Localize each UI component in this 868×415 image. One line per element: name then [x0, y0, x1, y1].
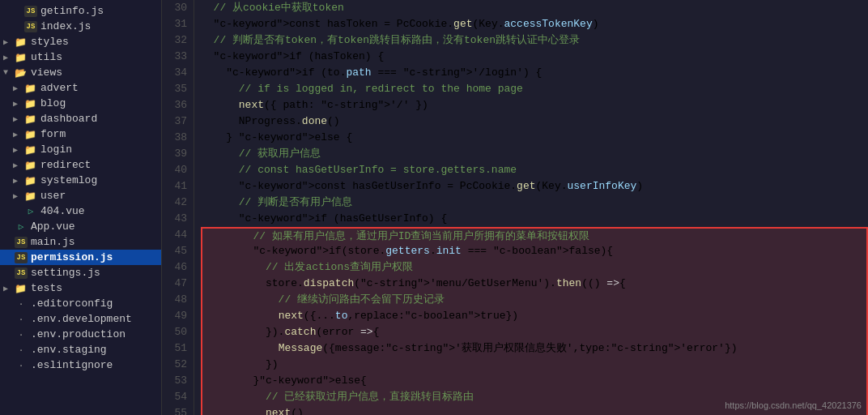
- js-file-icon: JS: [24, 21, 37, 32]
- code-line: "c-keyword">if(store.getters.init === "c…: [201, 243, 868, 259]
- sidebar-item-label: tests: [31, 282, 158, 294]
- sidebar-item-label: redirect: [40, 159, 158, 171]
- sidebar-item-label: .editorconfig: [31, 297, 158, 310]
- sidebar-item-mainjs[interactable]: JSmain.js: [0, 234, 161, 250]
- sidebar-item-tests[interactable]: ▶📁tests: [0, 280, 161, 296]
- arrow-icon: ▶: [13, 160, 24, 170]
- sidebar-item-settingsjs[interactable]: JSsettings.js: [0, 265, 161, 280]
- code-line: next(): [201, 405, 868, 415]
- js-file-icon: JS: [15, 252, 28, 263]
- folder-icon: 📁: [15, 36, 28, 48]
- line-number: 34: [168, 65, 187, 81]
- line-number: 55: [168, 405, 187, 415]
- line-number: 33: [168, 49, 187, 65]
- arrow-icon: ▶: [13, 191, 24, 201]
- file-icon: ·: [15, 314, 28, 325]
- sidebar-item-blog[interactable]: ▶📁blog: [0, 96, 161, 111]
- arrow-icon: ▶: [13, 83, 24, 93]
- arrow-icon: ▶: [13, 130, 24, 139]
- arrow-icon: ▶: [13, 99, 24, 109]
- line-number: 38: [168, 130, 187, 146]
- sidebar-item-envdev[interactable]: ·.env.development: [0, 311, 161, 327]
- sidebar-item-404vue[interactable]: ▷404.vue: [0, 203, 161, 219]
- sidebar-item-login[interactable]: ▶📁login: [0, 142, 161, 157]
- sidebar-item-utils[interactable]: ▶📁utils: [0, 49, 161, 65]
- sidebar-item-envstaging[interactable]: ·.env.staging: [0, 342, 161, 357]
- line-number: 46: [168, 259, 187, 276]
- file-icon: ·: [15, 298, 28, 310]
- sidebar-item-styles[interactable]: ▶📁styles: [0, 34, 161, 49]
- code-line: NProgress.done(): [201, 113, 868, 130]
- sidebar-item-form[interactable]: ▶📁form: [0, 126, 161, 142]
- code-line: store.dispatch("c-string">'menu/GetUserM…: [201, 276, 868, 292]
- code-line: // 从cookie中获取token: [201, 0, 868, 16]
- arrow-icon: ▶: [3, 284, 15, 293]
- code-line: // 判断是否有用户信息: [201, 195, 868, 211]
- line-number: 51: [168, 340, 187, 357]
- code-line: // 如果有用户信息，通过用户ID查询当前用户所拥有的菜单和按钮权限: [201, 227, 868, 243]
- sidebar-item-label: .env.development: [31, 313, 158, 325]
- folder-icon: 📁: [24, 160, 37, 171]
- line-number: 44: [168, 227, 187, 243]
- sidebar-item-advert[interactable]: ▶📁advert: [0, 80, 161, 96]
- code-line: // 获取用户信息: [201, 146, 868, 162]
- line-number: 50: [168, 324, 187, 340]
- line-number: 39: [168, 146, 187, 162]
- code-editor: 3031323334353637383940414243444546474849…: [162, 0, 868, 415]
- sidebar-item-label: .env.staging: [31, 344, 158, 356]
- code-line: Message({message:"c-string">'获取用户权限信息失败'…: [201, 340, 868, 357]
- code-line: } "c-keyword">else {: [201, 130, 868, 146]
- sidebar-item-permissionjs[interactable]: JSpermission.js: [0, 250, 161, 265]
- sidebar-item-label: App.vue: [31, 220, 158, 233]
- code-line: "c-keyword">if (hasGetUserInfo) {: [201, 211, 868, 227]
- line-number: 37: [168, 113, 187, 130]
- sidebar-item-views[interactable]: ▼📂views: [0, 65, 161, 80]
- sidebar-item-label: login: [40, 143, 158, 156]
- sidebar-item-editorconfig[interactable]: ·.editorconfig: [0, 296, 161, 311]
- sidebar-item-eslint[interactable]: ·.eslintignore: [0, 357, 161, 373]
- code-line: // 已经获取过用户信息，直接跳转目标路由: [201, 389, 868, 405]
- sidebar-item-label: .env.production: [31, 328, 158, 340]
- folder-icon: 📁: [15, 52, 28, 63]
- sidebar-item-user[interactable]: ▶📁user: [0, 188, 161, 203]
- folder-icon: 📁: [24, 144, 37, 156]
- line-number: 52: [168, 357, 187, 373]
- sidebar-item-label: blog: [40, 97, 158, 109]
- arrow-icon: ▼: [3, 68, 15, 77]
- sidebar-item-label: styles: [31, 36, 158, 48]
- js-file-icon: JS: [15, 237, 28, 248]
- code-line: "c-keyword">if (hasToken) {: [201, 49, 868, 65]
- sidebar-item-getinfo[interactable]: JSgetinfo.js: [0, 3, 161, 19]
- sidebar-item-dashboard[interactable]: ▶📁dashboard: [0, 111, 161, 126]
- sidebar-item-label: main.js: [31, 236, 158, 248]
- sidebar-item-systemlog[interactable]: ▶📁systemlog: [0, 173, 161, 188]
- sidebar-item-appvue[interactable]: ▷App.vue: [0, 219, 161, 234]
- arrow-icon: ▶: [13, 176, 24, 186]
- file-tree: JSgetinfo.jsJSindex.js▶📁styles▶📁utils▼📂v…: [0, 0, 162, 415]
- line-number: 43: [168, 211, 187, 227]
- sidebar-item-label: user: [40, 190, 158, 202]
- sidebar-item-label: 404.vue: [40, 205, 158, 217]
- vue-file-icon: ▷: [24, 206, 37, 217]
- arrow-icon: ▶: [3, 37, 15, 47]
- sidebar-item-redirect[interactable]: ▶📁redirect: [0, 157, 161, 173]
- line-number: 35: [168, 81, 187, 97]
- sidebar-item-envprod[interactable]: ·.env.production: [0, 327, 161, 342]
- code-line: "c-keyword">if (to.path === "c-string">'…: [201, 65, 868, 81]
- file-icon: ·: [15, 344, 28, 356]
- code-line: next({ path: "c-string">'/' }): [201, 97, 868, 113]
- line-number: 40: [168, 162, 187, 178]
- code-line: // 判断是否有token，有token跳转目标路由，没有token跳转认证中心…: [201, 32, 868, 49]
- line-number: 47: [168, 276, 187, 292]
- sidebar-item-index[interactable]: JSindex.js: [0, 19, 161, 34]
- sidebar-item-label: form: [40, 128, 158, 140]
- code-line: }): [201, 357, 868, 373]
- file-icon: ·: [15, 329, 28, 340]
- code-line: "c-keyword">const hasGetUserInfo = PcCoo…: [201, 178, 868, 195]
- code-line: }).catch(error =>{: [201, 324, 868, 340]
- sidebar-item-label: utils: [31, 51, 158, 63]
- folder-icon: 📂: [15, 67, 28, 79]
- code-line: // if is logged in, redirect to the home…: [201, 81, 868, 97]
- code-line: next({...to,replace:"c-boolean">true}): [201, 308, 868, 324]
- folder-icon: 📁: [24, 113, 37, 125]
